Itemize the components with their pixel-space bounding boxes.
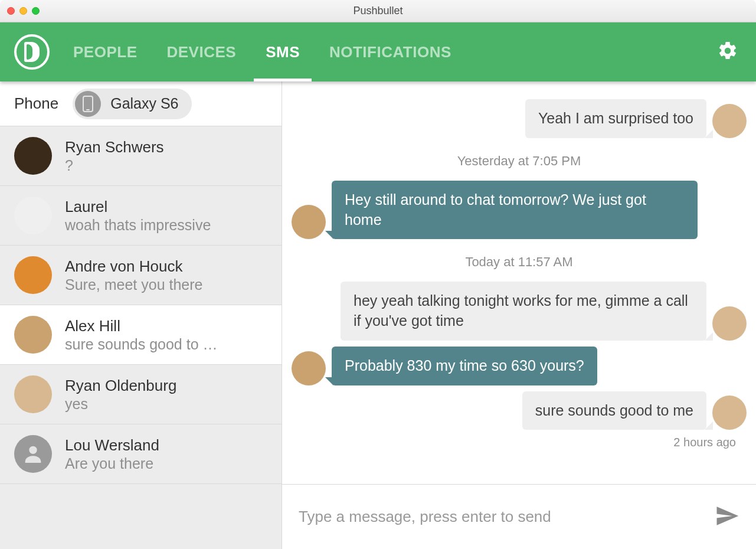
conversation-item[interactable]: Ryan Oldenburgyes [0, 365, 282, 424]
conversation-name: Laurel [65, 197, 267, 217]
settings-button[interactable] [717, 40, 738, 64]
chat-pane: Yeah I am surprised tooYesterday at 7:05… [282, 81, 756, 549]
tab-notifications[interactable]: NOTIFICATIONS [329, 22, 451, 81]
avatar [14, 435, 52, 473]
conversation-preview: sure sounds good to … [65, 336, 267, 353]
conversation-name: Ryan Oldenburg [65, 376, 267, 396]
device-selector-row: Phone Galaxy S6 [0, 81, 282, 126]
sidebar: Phone Galaxy S6 Ryan Schwers?Laurelwoah … [0, 81, 282, 549]
conversation-name: Lou Wersland [65, 436, 267, 456]
message-row: Probably 830 my time so 630 yours? [292, 347, 747, 385]
avatar [14, 316, 52, 354]
tab-sms[interactable]: SMS [266, 22, 300, 81]
conversation-preview: yes [65, 396, 267, 413]
last-timestamp: 2 hours ago [292, 436, 736, 449]
window-title: Pushbullet [0, 5, 756, 17]
app-window: Pushbullet PEOPLE DEVICES SMS NOTIFICATI… [0, 0, 756, 549]
time-separator: Today at 11:57 AM [292, 254, 747, 270]
avatar [292, 351, 326, 385]
conversation-name: Alex Hill [65, 316, 267, 336]
message-row: sure sounds good to me [292, 391, 747, 430]
app-body: Phone Galaxy S6 Ryan Schwers?Laurelwoah … [0, 81, 756, 549]
conversation-item[interactable]: Lou WerslandAre you there [0, 424, 282, 484]
tab-devices[interactable]: DEVICES [166, 22, 236, 81]
message-row: Yeah I am surprised too [292, 99, 747, 138]
conversation-preview: Sure, meet you there [65, 276, 267, 293]
device-selector[interactable]: Galaxy S6 [73, 89, 191, 119]
conversation-name: Andre von Houck [65, 257, 267, 277]
message-input[interactable] [299, 508, 703, 526]
conversation-item[interactable]: Alex Hillsure sounds good to … [0, 305, 282, 365]
app-logo[interactable] [14, 34, 50, 70]
avatar [14, 137, 52, 175]
conversation-list[interactable]: Ryan Schwers?Laurelwoah thats impressive… [0, 126, 282, 549]
tab-people[interactable]: PEOPLE [73, 22, 137, 81]
conversation-item[interactable]: Laurelwoah thats impressive [0, 186, 282, 246]
conversation-preview: ? [65, 157, 267, 174]
avatar [14, 256, 52, 294]
send-button[interactable] [715, 504, 739, 531]
app-header: PEOPLE DEVICES SMS NOTIFICATIONS [0, 22, 756, 81]
avatar [712, 396, 747, 430]
phone-icon [75, 91, 101, 117]
device-name: Galaxy S6 [110, 95, 178, 112]
svg-rect-1 [86, 109, 90, 110]
message-row: Hey still around to chat tomorrow? We ju… [292, 181, 747, 240]
avatar [712, 306, 747, 341]
message-outgoing: hey yeah talking tonight works for me, g… [341, 282, 706, 341]
conversation-preview: Are you there [65, 455, 267, 472]
send-icon [715, 504, 739, 528]
message-list[interactable]: Yeah I am surprised tooYesterday at 7:05… [282, 81, 756, 484]
avatar [712, 104, 747, 138]
avatar [14, 197, 52, 234]
conversation-item[interactable]: Ryan Schwers? [0, 126, 282, 186]
gear-icon [717, 40, 738, 61]
avatar [14, 375, 52, 413]
composer [282, 484, 756, 549]
svg-point-2 [29, 446, 37, 454]
titlebar: Pushbullet [0, 0, 756, 22]
message-row: hey yeah talking tonight works for me, g… [292, 282, 747, 341]
message-incoming: Probably 830 my time so 630 yours? [332, 347, 597, 385]
conversation-item[interactable]: Andre von HouckSure, meet you there [0, 246, 282, 305]
conversation-name: Ryan Schwers [65, 138, 267, 158]
message-outgoing: sure sounds good to me [522, 391, 706, 430]
conversation-preview: woah thats impressive [65, 217, 267, 234]
pushbullet-icon [24, 42, 40, 62]
message-outgoing: Yeah I am surprised too [525, 99, 706, 138]
avatar [292, 205, 326, 239]
message-incoming: Hey still around to chat tomorrow? We ju… [332, 181, 698, 240]
phone-label: Phone [14, 94, 58, 113]
time-separator: Yesterday at 7:05 PM [292, 153, 747, 169]
nav-tabs: PEOPLE DEVICES SMS NOTIFICATIONS [73, 22, 451, 81]
